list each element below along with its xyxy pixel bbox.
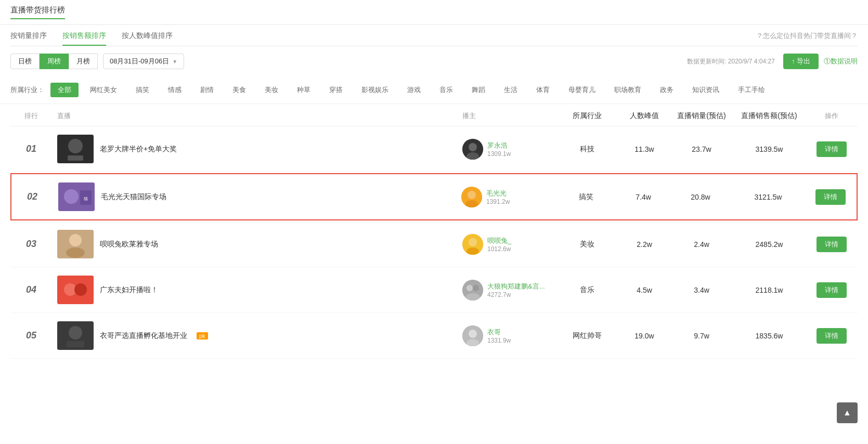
export-button[interactable]: ↑ 导出 bbox=[783, 54, 819, 69]
rank-number: 02 bbox=[11, 191, 53, 202]
sales-amount-val: 1835.6w bbox=[733, 332, 806, 340]
industry-tag-comedy[interactable]: 搞笑 bbox=[128, 83, 157, 97]
header-streamer: 播主 bbox=[462, 111, 556, 121]
streamer-info: 罗永浩 1309.1w bbox=[462, 139, 556, 160]
header-rank: 排行 bbox=[10, 111, 52, 121]
streamer-detail: 罗永浩 1309.1w bbox=[487, 141, 511, 158]
avatar bbox=[462, 234, 483, 255]
stream-info: 猫 毛光光天猫国际专场 bbox=[53, 182, 461, 211]
streamer-fans: 1391.2w bbox=[486, 198, 510, 205]
header-sales-count: 直播销量(预估) bbox=[670, 111, 733, 121]
industry-filter: 所属行业： 全部 网红美女 搞笑 情感 剧情 美食 美妆 种草 穿搭 影视娱乐 … bbox=[0, 76, 868, 104]
svg-point-17 bbox=[469, 238, 477, 246]
table-row: 02 猫 毛光光天猫国际专场 毛光光 139 bbox=[10, 173, 858, 220]
stream-thumbnail bbox=[57, 276, 94, 304]
sales-amount-val: 2118.1w bbox=[733, 286, 806, 294]
svg-point-30 bbox=[469, 330, 477, 338]
period-month-btn[interactable]: 月榜 bbox=[69, 54, 98, 69]
industry-tag-knowledge[interactable]: 知识资讯 bbox=[685, 83, 727, 97]
industry-tag-game[interactable]: 游戏 bbox=[400, 83, 428, 97]
industry-tag-all[interactable]: 全部 bbox=[50, 83, 79, 97]
industry-tag-romance[interactable]: 情感 bbox=[161, 83, 189, 97]
streamer-info: 呗呗兔_ 1012.6w bbox=[462, 234, 556, 255]
peak-val: 19.0w bbox=[618, 332, 670, 340]
streamer-info: 毛光光 1391.2w bbox=[461, 187, 555, 207]
table-row: 05 衣哥严选直播孵化基地开业 pk 衣哥 1331 bbox=[10, 313, 858, 359]
detail-button[interactable]: 详情 bbox=[817, 328, 847, 344]
industry-tag-music[interactable]: 音乐 bbox=[432, 83, 460, 97]
peak-val: 2.2w bbox=[618, 240, 670, 249]
sales-amount-val: 3121.5w bbox=[732, 193, 805, 201]
header-action: 操作 bbox=[806, 111, 858, 121]
industry-tag-fashion[interactable]: 穿搭 bbox=[322, 83, 350, 97]
help-link[interactable]: ？怎么定位抖音热门带货直播间？ bbox=[756, 31, 858, 41]
streamer-fans: 1309.1w bbox=[487, 150, 511, 158]
period-week-btn[interactable]: 周榜 bbox=[40, 54, 69, 69]
svg-point-24 bbox=[473, 285, 479, 291]
industry-val: 科技 bbox=[556, 145, 618, 154]
industry-tag-beauty[interactable]: 美妆 bbox=[257, 83, 286, 97]
stream-thumbnail bbox=[57, 135, 94, 163]
stream-title: 老罗大牌半价+免单大奖 bbox=[100, 145, 177, 154]
data-explain-link[interactable]: ①数据说明 bbox=[824, 57, 858, 66]
streamer-name[interactable]: 毛光光 bbox=[486, 189, 510, 198]
tab-peak-viewers[interactable]: 按人数峰值排序 bbox=[122, 31, 173, 46]
action-cell: 详情 bbox=[806, 328, 858, 344]
industry-label: 所属行业： bbox=[10, 83, 44, 97]
industry-tag-food[interactable]: 美食 bbox=[225, 83, 253, 97]
period-day-btn[interactable]: 日榜 bbox=[10, 54, 40, 69]
svg-rect-28 bbox=[67, 341, 84, 347]
industry-val: 音乐 bbox=[556, 285, 618, 295]
svg-point-1 bbox=[68, 139, 83, 153]
tab-sales-count[interactable]: 按销量排序 bbox=[10, 31, 47, 46]
header-sales-amount: 直播销售额(预估) bbox=[733, 111, 806, 121]
streamer-name[interactable]: 大狼狗郑建鹏&言... bbox=[487, 282, 545, 291]
industry-tag-handcraft[interactable]: 手工手绘 bbox=[731, 83, 772, 97]
back-to-top-button[interactable]: ▲ bbox=[837, 402, 858, 423]
stream-thumbnail: 猫 bbox=[58, 182, 95, 211]
streamer-detail: 衣哥 1331.9w bbox=[487, 328, 511, 344]
svg-point-11 bbox=[468, 191, 476, 199]
streamer-detail: 毛光光 1391.2w bbox=[486, 189, 510, 205]
industry-tag-politics[interactable]: 政务 bbox=[653, 83, 681, 97]
industry-val: 搞笑 bbox=[555, 192, 617, 202]
rank-number: 04 bbox=[10, 284, 52, 295]
action-cell: 详情 bbox=[806, 141, 858, 157]
industry-tags: 全部 网红美女 搞笑 情感 剧情 美食 美妆 种草 穿搭 影视娱乐 游戏 音乐 … bbox=[50, 83, 858, 97]
streamer-name[interactable]: 罗永浩 bbox=[487, 141, 511, 150]
industry-tag-drama[interactable]: 剧情 bbox=[193, 83, 221, 97]
detail-button[interactable]: 详情 bbox=[817, 237, 847, 252]
industry-tag-edu[interactable]: 职场教育 bbox=[607, 83, 649, 97]
industry-tag-entertainment[interactable]: 影视娱乐 bbox=[354, 83, 396, 97]
detail-button[interactable]: 详情 bbox=[817, 141, 847, 157]
detail-button[interactable]: 详情 bbox=[817, 282, 847, 298]
streamer-detail: 大狼狗郑建鹏&言... 4272.7w bbox=[487, 282, 545, 298]
chevron-down-icon: ▼ bbox=[172, 59, 177, 64]
date-range-selector[interactable]: 08月31日-09月06日 ▼ bbox=[103, 54, 184, 69]
streamer-name[interactable]: 衣哥 bbox=[487, 328, 511, 337]
action-cell: 详情 bbox=[806, 282, 858, 298]
tab-sales-amount[interactable]: 按销售额排序 bbox=[62, 31, 106, 46]
industry-tag-life[interactable]: 生活 bbox=[497, 83, 525, 97]
sales-count-val: 2.4w bbox=[670, 240, 733, 249]
page-container: 直播带货排行榜 按销量排序 按销售额排序 按人数峰值排序 ？怎么定位抖音热门带货… bbox=[0, 0, 868, 444]
industry-tag-sports[interactable]: 体育 bbox=[529, 83, 557, 97]
stream-title: 衣哥严选直播孵化基地开业 bbox=[100, 331, 187, 341]
industry-tag-recommend[interactable]: 种草 bbox=[290, 83, 318, 97]
stream-title: 呗呗兔欧莱雅专场 bbox=[100, 240, 158, 249]
industry-tag-influencer[interactable]: 网红美女 bbox=[83, 83, 124, 97]
streamer-fans: 4272.7w bbox=[487, 291, 545, 298]
period-bar: 日榜 周榜 月榜 08月31日-09月06日 ▼ 数据更新时间: 2020/9/… bbox=[0, 46, 868, 76]
streamer-info: 大狼狗郑建鹏&言... 4272.7w bbox=[462, 280, 556, 301]
detail-button[interactable]: 详情 bbox=[815, 189, 846, 205]
page-header: 直播带货排行榜 bbox=[0, 0, 868, 25]
industry-tag-parenting[interactable]: 母婴育儿 bbox=[561, 83, 603, 97]
avatar bbox=[462, 325, 483, 346]
industry-tag-dance[interactable]: 舞蹈 bbox=[464, 83, 493, 97]
svg-point-4 bbox=[469, 143, 477, 151]
rank-number: 01 bbox=[10, 143, 52, 154]
header-peak: 人数峰值 bbox=[618, 111, 670, 121]
streamer-name[interactable]: 呗呗兔_ bbox=[487, 236, 511, 245]
peak-val: 4.5w bbox=[618, 286, 670, 294]
stream-info: 衣哥严选直播孵化基地开业 pk bbox=[52, 321, 462, 350]
